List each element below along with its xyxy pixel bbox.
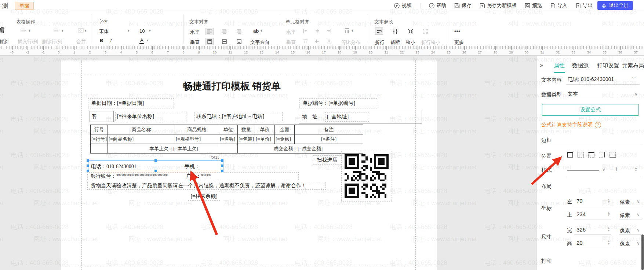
exit-fullscreen-button[interactable]: 退出全屏	[597, 1, 633, 10]
unit-chevron-icon[interactable]: ∨	[637, 212, 640, 217]
resize-handle-w[interactable]	[87, 164, 89, 167]
coord-top-stepper[interactable]: ▲▼	[607, 211, 610, 217]
stepper-down-icon[interactable]: ▼	[634, 169, 637, 172]
font-size-dropdown-arrow[interactable]: ▾	[149, 29, 151, 33]
items-table[interactable]: 行号 商品名称 商品规格 单位 数量 单价 金额 备注 [=行号] [=商品名称…	[90, 125, 363, 154]
cell-product-name[interactable]: [=商品名称]	[108, 134, 175, 144]
columns-dropdown-arrow[interactable]: ▾	[352, 29, 353, 33]
font-family-select[interactable]: 宋体	[99, 28, 109, 35]
cell-unit[interactable]: [=名称]	[219, 134, 238, 144]
field-customer-label[interactable]: 客	[90, 111, 114, 122]
weight-stepper[interactable]: ▲▼	[634, 167, 637, 172]
size-height-stepper[interactable]: ▲▼	[607, 240, 610, 245]
field-customer-name[interactable]: [=往来单位名称]	[115, 112, 186, 121]
field-scan-shop[interactable]: 扫我进店	[313, 155, 341, 165]
panel-scrollbar[interactable]	[641, 234, 644, 270]
more-dots-icon[interactable]: •••	[454, 28, 461, 34]
formula-help-link[interactable]: 公式计算支持字段说明 ?	[541, 122, 601, 128]
font-color-button[interactable]: A	[139, 37, 144, 44]
text-direction-button[interactable]: 文字方向	[250, 39, 269, 46]
import-button[interactable]: 导入	[550, 2, 567, 9]
font-color-dropdown-arrow[interactable]: ▾	[147, 38, 149, 42]
shrink-button-icon-box[interactable]	[407, 27, 415, 35]
font-size-select[interactable]: 10	[139, 28, 145, 34]
cell-previous-balance[interactable]: 本单上欠：[=本单上欠]	[108, 144, 219, 154]
cell-remark[interactable]: [=备注]	[295, 134, 363, 144]
delete-button[interactable]: 删除	[0, 38, 7, 45]
resize-handle-se[interactable]	[221, 170, 223, 172]
preview-button[interactable]: 预览	[525, 2, 542, 9]
cell-line-no[interactable]: [=行号]	[91, 134, 108, 144]
header-cell[interactable]: 行号	[91, 125, 108, 134]
cell-price[interactable]: [=单价]	[255, 134, 275, 144]
wrap-button[interactable]: 折行	[375, 39, 385, 46]
align-right-button[interactable]	[235, 28, 243, 35]
distribute-evenly-button[interactable]: 等比分布	[341, 39, 360, 46]
valign-middle-button[interactable]	[220, 38, 228, 45]
size-height-unit[interactable]: 像素	[620, 241, 630, 247]
tab-document[interactable]: 单据	[15, 2, 34, 10]
trash-icon[interactable]	[0, 27, 5, 33]
header-cell[interactable]: 数量	[238, 125, 255, 134]
field-date[interactable]: 单据日期：[=单据日期]	[88, 98, 174, 108]
insert-row-col-button[interactable]: 插入行/列	[18, 38, 38, 45]
merge-cells-icon[interactable]	[78, 28, 84, 33]
more-button[interactable]: 更多	[454, 39, 464, 46]
wrap-button-icon-box[interactable]	[375, 27, 383, 35]
align-left-button[interactable]	[205, 28, 214, 35]
coord-top-input[interactable]: 234	[576, 211, 586, 217]
coord-left-unit[interactable]: 像素	[620, 199, 630, 206]
valign-top-button[interactable]	[205, 38, 214, 45]
save-as-new-template-button[interactable]: 另存为新模板	[480, 2, 517, 9]
border-left-button[interactable]	[578, 152, 584, 158]
merge-button[interactable]: 合并	[76, 38, 86, 45]
header-cell[interactable]: 备注	[295, 125, 363, 134]
data-type-select[interactable]: 文本	[568, 91, 578, 97]
field-contact-phone[interactable]: 联系电话：[=客户地址－电话]	[194, 112, 283, 121]
cell-halign-center-icon[interactable]	[315, 29, 320, 33]
field-full-address[interactable]: [=全地址]	[325, 112, 369, 122]
size-width-input[interactable]: 326	[576, 226, 586, 233]
delete-rc-dropdown-arrow[interactable]: ▾	[62, 29, 63, 33]
header-cell[interactable]: 金额	[275, 125, 295, 134]
header-cell[interactable]: 商品规格	[175, 125, 219, 134]
help-button[interactable]: ? 帮助	[429, 2, 446, 9]
set-formula-button[interactable]: 设置公式	[542, 104, 639, 116]
tab-element-layout[interactable]: 元素布局	[622, 62, 644, 69]
video-button[interactable]: 视频	[394, 2, 411, 9]
bold-button[interactable]: B	[100, 38, 103, 43]
size-height-input[interactable]: 20	[576, 240, 583, 246]
field-notice[interactable]: 货物当天请验收清楚，产品质量问题请在一个月内退换，逾期概不负责，还望谅解，谢谢合…	[87, 182, 326, 190]
valign-bottom-button[interactable]	[235, 38, 243, 45]
export-button[interactable]: 导出	[575, 2, 593, 9]
unit-chevron-icon[interactable]: ∨	[637, 228, 640, 233]
cell-valign-middle-icon[interactable]	[315, 39, 320, 44]
merge-dropdown-arrow[interactable]: ▾	[85, 29, 87, 33]
header-cell[interactable]: 单位	[219, 125, 238, 134]
content-more-button[interactable]: ...	[632, 73, 637, 79]
text-direction-dropdown-arrow[interactable]: ▾	[261, 29, 262, 33]
resize-handle-sw[interactable]	[87, 170, 89, 172]
collapse-panel-icon[interactable]: »	[540, 62, 543, 69]
unit-chevron-icon[interactable]: ∨	[637, 199, 640, 204]
save-button[interactable]: 保存	[454, 2, 472, 9]
italic-button[interactable]: I	[110, 38, 112, 44]
line-style-chevron-icon[interactable]: ∨	[602, 167, 605, 172]
border-bottom-button[interactable]	[610, 152, 616, 158]
cell-valign-top-icon[interactable]	[303, 39, 308, 44]
shrink-button[interactable]: 缩小	[406, 39, 415, 46]
wrap-shrink-button-icon-box[interactable]	[421, 27, 429, 35]
wrap-shrink-button[interactable]: 折行缩小	[421, 39, 440, 46]
coord-left-input[interactable]: 70	[576, 198, 583, 204]
cell-halign-right-icon[interactable]	[327, 29, 331, 33]
tab-data-source[interactable]: 数据源	[572, 62, 589, 69]
insert-row-col-icon[interactable]	[21, 28, 27, 33]
field-doc-number[interactable]: 单据编号：[=单据编号]	[299, 98, 377, 108]
border-all-button[interactable]	[567, 152, 573, 158]
text-direction-ab-button[interactable]: ab	[253, 28, 259, 34]
cell-product-spec[interactable]: [=规格型号]	[175, 134, 219, 144]
border-weight-input[interactable]: 1	[615, 166, 618, 172]
resize-handle-n[interactable]	[154, 159, 157, 162]
unit-chevron-icon[interactable]: ∨	[637, 241, 640, 246]
insert-dropdown-arrow[interactable]: ▾	[29, 29, 30, 33]
